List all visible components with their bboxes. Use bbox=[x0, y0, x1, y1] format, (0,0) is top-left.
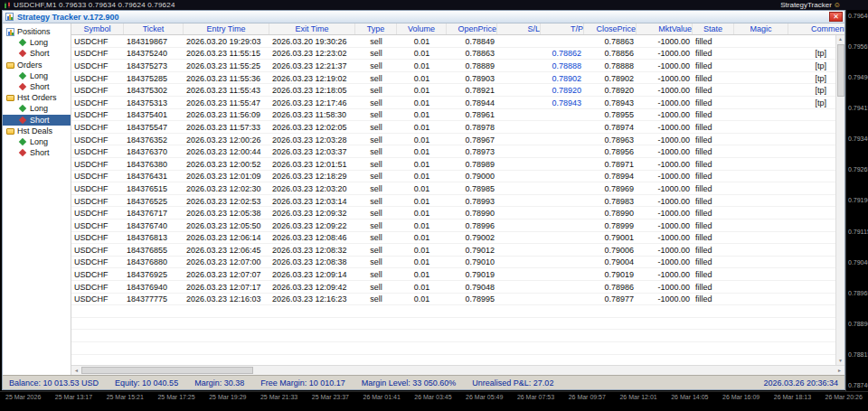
table-row[interactable]: USDCHF 184376380 2026.03.23 12:00:52 202… bbox=[71, 158, 835, 171]
table-row[interactable]: USDCHF 184376352 2026.03.23 12:00:26 202… bbox=[71, 134, 835, 146]
table-row[interactable]: USDCHF 184376880 2026.03.23 12:07:00 202… bbox=[71, 257, 835, 269]
cell-ticket: 184376740 bbox=[124, 221, 184, 230]
cell-state: filled bbox=[693, 160, 734, 169]
cell-exit-time: 2026.03.23 12:03:20 bbox=[269, 184, 355, 193]
cell-ticket: 184375302 bbox=[124, 86, 184, 95]
time-axis-label: 26 Mar 01:41 bbox=[363, 394, 401, 400]
cell-ticket: 184376431 bbox=[124, 172, 184, 181]
table-row[interactable]: USDCHF 184375313 2026.03.23 11:55:47 202… bbox=[71, 97, 835, 109]
tree-item[interactable]: Short bbox=[3, 115, 71, 126]
horizontal-scrollbar[interactable]: ◄ ► bbox=[71, 365, 844, 375]
column-header[interactable]: MktValue bbox=[637, 23, 693, 34]
table-row[interactable]: USDCHF 184376525 2026.03.23 12:02:53 202… bbox=[71, 195, 835, 208]
cell-type: sell bbox=[355, 233, 397, 242]
status-item: Unrealised P&L: 27.02 bbox=[472, 378, 553, 388]
table-row[interactable]: USDCHF 184376515 2026.03.23 12:02:30 202… bbox=[71, 182, 835, 195]
cell-mkt-value: -1000.00 bbox=[637, 86, 693, 95]
cell-ticket: 184375401 bbox=[124, 110, 184, 119]
scroll-left-icon[interactable]: ◄ bbox=[71, 368, 81, 373]
cell-mkt-value: -1000.00 bbox=[637, 221, 693, 230]
horizontal-scrollbar-thumb[interactable] bbox=[81, 367, 253, 374]
cell-type: sell bbox=[355, 209, 397, 218]
cell-entry-time: 2026.03.23 12:05:50 bbox=[184, 221, 269, 230]
scroll-up-icon[interactable]: ▲ bbox=[836, 35, 844, 43]
table-row[interactable]: USDCHF 184376813 2026.03.23 12:06:14 202… bbox=[71, 232, 835, 245]
time-axis-label: 26 Mar 09:57 bbox=[569, 394, 606, 400]
column-header[interactable]: Symbol bbox=[71, 23, 124, 34]
column-header[interactable]: State bbox=[693, 23, 734, 34]
cell-symbol: USDCHF bbox=[71, 98, 124, 107]
tree-item[interactable]: Hst Deals bbox=[3, 126, 71, 136]
close-button[interactable]: ✕ bbox=[829, 12, 843, 22]
tree-item[interactable]: Long bbox=[3, 103, 71, 114]
table-row[interactable]: USDCHF 184375401 2026.03.23 11:56:09 202… bbox=[71, 109, 835, 122]
cell-state: filled bbox=[693, 37, 734, 46]
price-scale-label: 0.79265 bbox=[848, 166, 867, 173]
column-header[interactable]: Magic bbox=[734, 23, 788, 34]
cell-close-price: 0.78969 bbox=[584, 184, 637, 193]
tree-item-label: Short bbox=[30, 82, 50, 91]
tree-item[interactable]: Hst Orders bbox=[3, 92, 71, 103]
table-row[interactable]: USDCHF 184375273 2026.03.23 11:55:25 202… bbox=[71, 60, 835, 72]
price-scale-label: 0.79340 bbox=[848, 135, 867, 142]
cell-open-price: 0.78990 bbox=[447, 209, 497, 218]
tree-item[interactable]: Long bbox=[3, 37, 71, 48]
tree-item[interactable]: Positions bbox=[3, 26, 71, 37]
scroll-right-icon[interactable]: ► bbox=[835, 368, 844, 373]
table-row[interactable]: USDCHF 184376740 2026.03.23 12:05:50 202… bbox=[71, 220, 835, 232]
column-header[interactable]: T/P bbox=[541, 23, 584, 34]
candlestick-icon bbox=[4, 2, 11, 9]
table-row[interactable]: USDCHF 184375240 2026.03.23 11:55:15 202… bbox=[71, 48, 835, 61]
table-row[interactable]: USDCHF 184376370 2026.03.23 12:00:44 202… bbox=[71, 145, 835, 158]
cell-state: filled bbox=[693, 74, 734, 83]
cell-exit-time: 2026.03.23 12:03:37 bbox=[269, 147, 355, 156]
tree-item[interactable]: Short bbox=[3, 48, 71, 59]
cell-volume: 0.01 bbox=[397, 160, 447, 169]
table-row[interactable]: USDCHF 184376940 2026.03.23 12:07:17 202… bbox=[71, 281, 835, 294]
panel-titlebar[interactable]: Strategy Tracker v.172.900 ✕ bbox=[3, 11, 844, 23]
cell-mkt-value: -1000.00 bbox=[637, 257, 693, 266]
column-header[interactable]: Volume bbox=[397, 23, 447, 34]
column-header[interactable]: ClosePrice bbox=[584, 23, 637, 34]
tree-item[interactable]: Orders bbox=[3, 60, 71, 70]
cell-entry-time: 2026.03.23 11:55:15 bbox=[184, 49, 269, 58]
table-row[interactable]: USDCHF 184376431 2026.03.23 12:01:09 202… bbox=[71, 171, 835, 183]
table-row[interactable]: USDCHF 184375302 2026.03.23 11:55:43 202… bbox=[71, 84, 835, 97]
tree-item[interactable]: Short bbox=[3, 147, 71, 158]
column-header[interactable]: Type bbox=[355, 23, 397, 34]
table-row[interactable]: USDCHF 184375285 2026.03.23 11:55:36 202… bbox=[71, 72, 835, 85]
table-row[interactable]: USDCHF 184319867 2026.03.20 19:29:03 202… bbox=[71, 35, 835, 48]
tree-item-label: Short bbox=[30, 148, 50, 157]
table-row[interactable]: USDCHF 184375547 2026.03.23 11:57:33 202… bbox=[71, 121, 835, 134]
column-header[interactable]: Comment bbox=[788, 23, 844, 34]
tree-item[interactable]: Long bbox=[3, 70, 71, 81]
table-row[interactable]: USDCHF 184377775 2026.03.23 12:16:03 202… bbox=[71, 293, 835, 305]
cell-volume: 0.01 bbox=[397, 184, 447, 193]
column-header[interactable]: S/L bbox=[497, 23, 541, 34]
column-header[interactable]: Entry Time bbox=[184, 23, 269, 34]
time-axis-label: 26 Mar 12:01 bbox=[619, 394, 656, 400]
column-header[interactable]: Ticket bbox=[124, 23, 184, 34]
table-body: USDCHF 184319867 2026.03.20 19:29:03 202… bbox=[71, 35, 835, 365]
table-row[interactable]: USDCHF 184376717 2026.03.23 12:05:38 202… bbox=[71, 207, 835, 220]
vertical-scrollbar[interactable]: ▲ ▼ bbox=[835, 35, 844, 365]
table-row[interactable]: USDCHF 184376925 2026.03.23 12:07:07 202… bbox=[71, 268, 835, 281]
tree-item[interactable]: Short bbox=[3, 81, 71, 92]
table-row[interactable]: USDCHF 184376855 2026.03.23 12:06:45 202… bbox=[71, 244, 835, 257]
cell-exit-time: 2026.03.23 12:18:29 bbox=[269, 172, 355, 181]
cell-mkt-value: -1000.00 bbox=[637, 197, 693, 206]
cell-open-price: 0.79019 bbox=[447, 270, 497, 279]
cell-take-profit: 0.78902 bbox=[541, 74, 584, 83]
cell-mkt-value: -1000.00 bbox=[637, 110, 693, 119]
tree-item[interactable]: Long bbox=[3, 136, 71, 147]
column-header[interactable]: OpenPrice bbox=[447, 23, 497, 34]
scroll-down-icon[interactable]: ▼ bbox=[836, 357, 844, 365]
cell-close-price: 0.79004 bbox=[584, 257, 637, 266]
cell-open-price: 0.79000 bbox=[447, 172, 497, 181]
column-header[interactable]: Exit Time bbox=[269, 23, 355, 34]
vertical-scrollbar-thumb[interactable] bbox=[837, 44, 844, 97]
cell-mkt-value: -1000.00 bbox=[637, 49, 693, 58]
cell-take-profit: 0.78862 bbox=[541, 49, 584, 58]
cell-entry-time: 2026.03.23 12:06:45 bbox=[184, 246, 269, 255]
cell-entry-time: 2026.03.23 12:01:09 bbox=[184, 172, 269, 181]
